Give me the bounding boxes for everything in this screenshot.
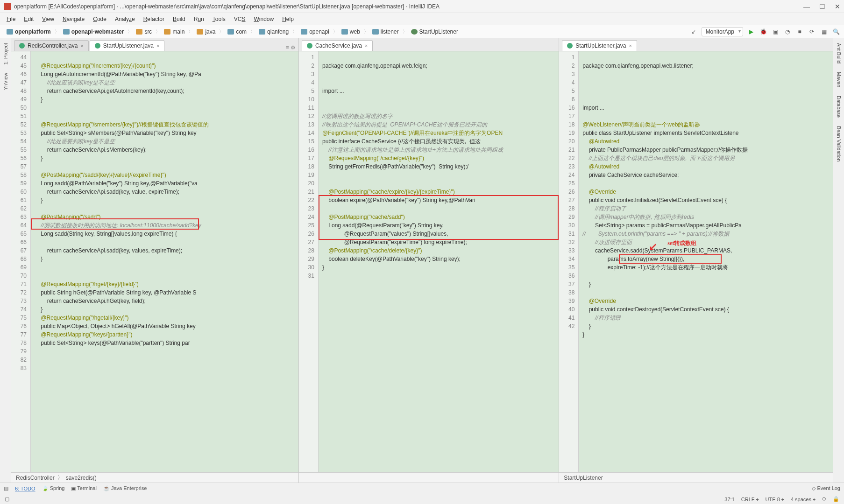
code-lines[interactable]: package com.qianfeng.openapi.web.listene…	[579, 51, 833, 472]
tool-project[interactable]: 1: Project	[2, 40, 9, 67]
close-icon[interactable]: ×	[80, 43, 83, 49]
menu-build[interactable]: Build	[169, 15, 189, 23]
menu-tools[interactable]: Tools	[209, 15, 229, 23]
search-everywhere-button[interactable]: 🔍	[832, 28, 840, 36]
package-icon	[227, 29, 234, 35]
code-lines[interactable]: package com.qianfeng.openapi.web.feign; …	[319, 51, 559, 472]
gutter: 44 45 46 47 48 49 50 51 52 53 54 55 56 5…	[11, 51, 31, 472]
status-lock-icon[interactable]: 🔒	[833, 496, 839, 502]
menu-help[interactable]: Help	[278, 15, 298, 23]
close-button[interactable]: ✕	[835, 3, 840, 10]
crumb-java[interactable]: java	[194, 28, 218, 36]
status-git-icon[interactable]: ꖴ	[822, 496, 826, 502]
editor-split: RedisController.java× StartUpListener.ja…	[11, 38, 833, 483]
minimize-button[interactable]: —	[803, 3, 810, 10]
close-icon[interactable]: ×	[629, 43, 631, 49]
code-editor-center[interactable]: 1 2 3 4 5 10 11 12 13 14 15 16 17 18 19 …	[299, 51, 559, 472]
right-tool-strip: Ant Build Maven Database Bean Validation	[833, 38, 844, 483]
tool-bean-validation[interactable]: Bean Validation	[835, 123, 843, 164]
crumb-web[interactable]: web	[339, 28, 363, 36]
code-editor-left[interactable]: 44 45 46 47 48 49 50 51 52 53 54 55 56 5…	[11, 51, 298, 472]
menu-window[interactable]: Window	[250, 15, 277, 23]
tab-terminal[interactable]: ▣ Terminal	[71, 485, 96, 491]
run-button[interactable]: ▶	[747, 28, 755, 36]
crumb-method[interactable]: save2redis()	[66, 475, 97, 481]
build-button[interactable]: ↙	[689, 28, 698, 36]
update-button[interactable]: ⟳	[808, 28, 816, 36]
code-editor-right[interactable]: 1 2 3 4 5 6 16 17 18 19 20 21 22 23 24 2…	[559, 51, 833, 472]
window-titlebar: openplatform [E:\AllCodes\openplatform] …	[0, 0, 844, 13]
coverage-button[interactable]: ▣	[771, 28, 780, 36]
window-buttons: — ☐ ✕	[803, 3, 840, 10]
class-icon	[411, 29, 418, 35]
menu-vcs[interactable]: VCS	[230, 15, 249, 23]
tab-todo[interactable]: 6: TODO	[15, 486, 35, 491]
status-encoding[interactable]: UTF-8 ÷	[766, 497, 784, 502]
crumb-com[interactable]: com	[225, 28, 249, 36]
tool-database[interactable]: Database	[835, 93, 843, 120]
tab-cacheservice[interactable]: CacheService.java×	[302, 40, 373, 51]
stop-button[interactable]: ■	[795, 28, 804, 36]
menu-refactor[interactable]: Refactor	[140, 15, 168, 23]
status-caret-position[interactable]: 37:1	[724, 497, 734, 502]
crumb-class[interactable]: StartUpListener	[408, 28, 461, 36]
main-area: 1: Project YhView RedisController.java× …	[0, 38, 844, 483]
crumb-openapi[interactable]: openapi	[298, 28, 332, 36]
class-icon	[567, 43, 573, 49]
package-icon	[301, 29, 307, 35]
bottom-tool-bar: ▥ 6: TODO 🍃 Spring ▣ Terminal ☕ Java Ent…	[0, 483, 844, 494]
editor-breadcrumb-center	[299, 472, 559, 483]
status-icon[interactable]: ▢	[5, 496, 9, 502]
tab-options-icon[interactable]: ≡ ⚙	[283, 44, 298, 51]
editor-pane-center: CacheService.java× 1 2 3 4 5 10 11 12 13…	[299, 38, 559, 483]
tab-rediscontroller[interactable]: RedisController.java×	[14, 40, 89, 51]
close-icon[interactable]: ×	[365, 43, 368, 49]
crumb-class[interactable]: StartUpListener	[564, 475, 603, 481]
editor-tabs-right: StartUpListener.java×	[559, 38, 833, 51]
editor-tabs-center: CacheService.java×	[299, 38, 559, 51]
window-title: openplatform [E:\AllCodes\openplatform] …	[14, 3, 803, 10]
tool-window-button[interactable]: ▥	[4, 485, 8, 491]
close-icon[interactable]: ×	[156, 43, 159, 49]
menu-code[interactable]: Code	[89, 15, 110, 23]
menu-analyze[interactable]: Analyze	[111, 15, 139, 23]
crumb-src[interactable]: src	[133, 28, 155, 36]
package-icon	[259, 29, 265, 35]
package-icon	[341, 29, 348, 35]
crumb-listener[interactable]: listener	[369, 28, 402, 36]
status-bar: ▢ 37:1 CRLF ÷ UTF-8 ÷ 4 spaces ÷ ꖴ 🔒	[0, 494, 844, 504]
profile-button[interactable]: ◔	[783, 28, 792, 36]
tab-java-enterprise[interactable]: ☕ Java Enterprise	[103, 485, 147, 491]
crumb-main[interactable]: main	[161, 28, 187, 36]
tool-maven[interactable]: Maven	[835, 69, 843, 90]
crumb-qianfeng[interactable]: qianfeng	[256, 28, 291, 36]
folder-icon	[164, 29, 170, 35]
project-structure-button[interactable]: ▦	[820, 28, 828, 36]
tab-spring[interactable]: 🍃 Spring	[42, 485, 65, 491]
menu-view[interactable]: View	[38, 15, 58, 23]
status-indent[interactable]: 4 spaces ÷	[791, 497, 816, 502]
menu-run[interactable]: Run	[190, 15, 208, 23]
debug-button[interactable]: 🐞	[759, 28, 767, 36]
tool-yhview[interactable]: YhView	[2, 70, 9, 93]
annotation-arrow-icon: ↙	[649, 243, 657, 251]
folder-icon	[136, 29, 142, 35]
class-icon	[307, 43, 312, 49]
module-icon	[7, 29, 13, 35]
run-configuration-select[interactable]: MonitorApp	[702, 27, 743, 36]
class-icon	[19, 43, 25, 49]
tab-startuplistener-right[interactable]: StartUpListener.java×	[562, 40, 637, 51]
menu-file[interactable]: File	[3, 15, 19, 23]
menu-navigate[interactable]: Navigate	[59, 15, 88, 23]
crumb-project[interactable]: openplatform	[4, 28, 54, 36]
tab-startuplistener[interactable]: StartUpListener.java×	[90, 40, 165, 51]
main-menu-bar: File Edit View Navigate Code Analyze Ref…	[0, 13, 844, 25]
maximize-button[interactable]: ☐	[819, 3, 825, 10]
menu-edit[interactable]: Edit	[20, 15, 37, 23]
crumb-class[interactable]: RedisController	[16, 475, 55, 481]
tool-ant-build[interactable]: Ant Build	[835, 40, 843, 66]
status-line-separator[interactable]: CRLF ÷	[741, 497, 759, 502]
code-lines[interactable]: @RequestMapping("/increment/{key}/{count…	[31, 51, 298, 472]
crumb-module[interactable]: openapi-webmaster	[60, 28, 127, 36]
event-log-button[interactable]: ◇ Event Log	[812, 485, 840, 491]
